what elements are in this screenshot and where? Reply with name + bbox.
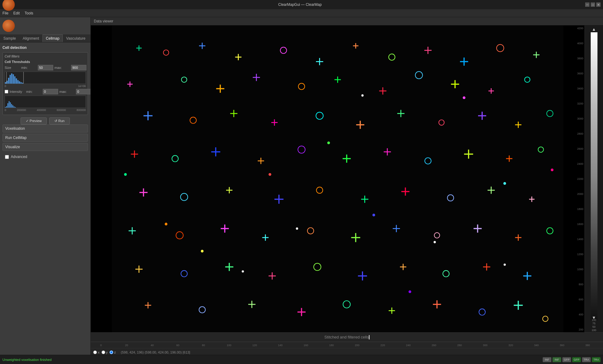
cell-dot bbox=[165, 223, 167, 225]
tab-cellmap[interactable]: Cellmap bbox=[42, 34, 63, 42]
x-tick-160: 160 bbox=[304, 344, 308, 347]
main-layout: Sample Alignment Cellmap Vasculature Bat… bbox=[0, 17, 603, 364]
svg-rect-1 bbox=[6, 81, 8, 84]
radio-y[interactable] bbox=[102, 350, 105, 354]
y-label-800: 800 bbox=[568, 283, 585, 286]
logo-area bbox=[0, 17, 90, 34]
x-tick-100: 100 bbox=[227, 344, 231, 347]
svg-rect-21 bbox=[14, 106, 14, 108]
y-label-2600: 2600 bbox=[568, 147, 585, 150]
svg-rect-18 bbox=[10, 102, 11, 108]
svg-rect-14 bbox=[5, 107, 6, 108]
y-label-4200: 4200 bbox=[568, 27, 585, 30]
intensity-max-input[interactable] bbox=[76, 89, 90, 94]
run-cellmap-section[interactable]: Run CellMap bbox=[2, 134, 88, 142]
y-label-4000: 4000 bbox=[568, 42, 585, 45]
intensity-min-input[interactable] bbox=[43, 89, 58, 94]
x-tick-0: 0 bbox=[100, 344, 102, 347]
menu-file[interactable]: File bbox=[2, 11, 8, 15]
cell-dot bbox=[503, 182, 506, 185]
cell-dot bbox=[504, 263, 506, 266]
menu-tools[interactable]: Tools bbox=[25, 11, 33, 15]
right-panel: Data viewer bbox=[91, 17, 603, 364]
intensity-label: Intensity bbox=[10, 90, 25, 93]
size-min-input[interactable] bbox=[38, 65, 53, 70]
voxelisation-section[interactable]: Voxelisation bbox=[2, 125, 88, 133]
run-button[interactable]: ↺ Run bbox=[49, 117, 70, 125]
y-label-3600: 3600 bbox=[568, 72, 585, 75]
visualize-section[interactable]: Visualize bbox=[2, 143, 88, 151]
size-max-input[interactable] bbox=[71, 65, 86, 70]
x-tick-80: 80 bbox=[202, 344, 205, 347]
cell-filters-section: Cell filters Cell Thresholds Size min: m… bbox=[2, 52, 88, 115]
advanced-label: Advanced bbox=[11, 155, 27, 159]
y-label-1000: 1000 bbox=[568, 268, 585, 271]
minimize-button[interactable]: ─ bbox=[585, 2, 589, 7]
cell-detection-header: Cell detection bbox=[2, 45, 88, 50]
radio-y-label: y bbox=[106, 350, 108, 354]
y-label-3000: 3000 bbox=[568, 117, 585, 120]
intensity-max-label: max: bbox=[59, 90, 75, 93]
preview-button[interactable]: ✓ Preview bbox=[21, 117, 47, 125]
canvas-area[interactable]: 4200 4000 3800 3600 3400 3200 3000 2800 … bbox=[91, 26, 585, 332]
scale-numbers: 100 75 50 100 bbox=[585, 318, 603, 332]
status-indicator-1: INF bbox=[553, 357, 561, 362]
svg-rect-2 bbox=[8, 78, 9, 84]
y-label-2000: 2000 bbox=[568, 192, 585, 196]
svg-rect-17 bbox=[9, 101, 10, 108]
status-indicator-3: GFP bbox=[572, 357, 581, 362]
x-tick-180: 180 bbox=[329, 344, 334, 347]
cell-dot bbox=[201, 250, 204, 252]
x-tick-220: 220 bbox=[381, 344, 385, 347]
cell-dot bbox=[327, 141, 330, 144]
x-tick-120: 120 bbox=[252, 344, 257, 347]
advanced-row: Advanced bbox=[2, 152, 88, 161]
close-button[interactable]: ✕ bbox=[596, 2, 601, 7]
tab-vasculature[interactable]: Vasculature bbox=[63, 34, 89, 42]
x-tick-260: 260 bbox=[432, 344, 436, 347]
size-axis-labels: 0 1e+06 bbox=[5, 85, 86, 88]
maximize-button[interactable]: □ bbox=[591, 2, 595, 7]
scale-top-arrow: ▲ bbox=[585, 26, 603, 32]
intensity-checkbox-row: Intensity min: max: bbox=[5, 89, 86, 94]
data-viewer-header: Data viewer bbox=[91, 17, 603, 26]
window-controls[interactable]: ─ □ ✕ bbox=[585, 2, 601, 7]
menu-edit[interactable]: Edit bbox=[13, 11, 20, 15]
window-title: ClearMapGui — ClearMap bbox=[15, 2, 585, 7]
svg-rect-11 bbox=[22, 83, 23, 84]
intensity-checkbox[interactable] bbox=[5, 90, 8, 93]
size-histogram bbox=[5, 72, 86, 84]
svg-rect-9 bbox=[19, 81, 20, 84]
x-tick-380: 380 bbox=[585, 344, 590, 347]
svg-rect-3 bbox=[10, 75, 11, 84]
tab-bar: Sample Alignment Cellmap Vasculature Bat… bbox=[0, 34, 90, 42]
svg-rect-20 bbox=[12, 105, 13, 108]
tab-alignment[interactable]: Alignment bbox=[19, 34, 42, 42]
advanced-checkbox[interactable] bbox=[5, 155, 9, 159]
radio-x-label: x bbox=[98, 350, 100, 354]
y-label-1200: 1200 bbox=[568, 253, 585, 256]
status-indicator-5: TRA bbox=[592, 357, 601, 362]
title-cursor bbox=[369, 335, 369, 339]
svg-rect-7 bbox=[16, 78, 17, 84]
size-max-label: max: bbox=[54, 66, 70, 69]
title-bar: ClearMapGui — ClearMap ─ □ ✕ bbox=[0, 0, 603, 9]
y-label-1600: 1600 bbox=[568, 223, 585, 226]
svg-rect-8 bbox=[17, 80, 18, 84]
viewer-title-text: Stitched and filtered cells bbox=[324, 335, 369, 339]
y-label-3200: 3200 bbox=[568, 102, 585, 105]
size-min-label: min: bbox=[21, 66, 37, 69]
viewer-title-bar: Stitched and filtered cells bbox=[91, 333, 603, 342]
radio-z[interactable] bbox=[110, 350, 113, 354]
radio-y-item: y bbox=[102, 350, 108, 354]
cell-filters-title: Cell filters bbox=[5, 54, 86, 58]
tab-sample[interactable]: Sample bbox=[0, 34, 19, 42]
y-label-2200: 2200 bbox=[568, 177, 585, 180]
radio-x[interactable] bbox=[93, 350, 97, 354]
y-label-2800: 2800 bbox=[568, 132, 585, 135]
svg-rect-19 bbox=[11, 104, 12, 108]
left-panel: Sample Alignment Cellmap Vasculature Bat… bbox=[0, 17, 91, 364]
colormap-scale: ▲ ▼ 100 75 50 100 bbox=[585, 26, 603, 332]
x-tick-40: 40 bbox=[151, 344, 154, 347]
x-tick-300: 300 bbox=[483, 344, 488, 347]
